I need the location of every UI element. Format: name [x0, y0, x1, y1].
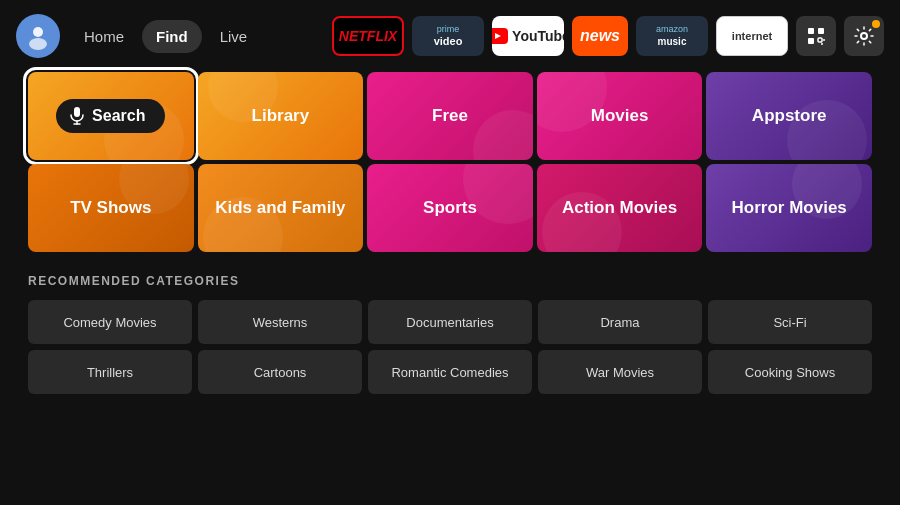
app-youtube[interactable]: YouTube [492, 16, 564, 56]
tv-shows-tile[interactable]: TV Shows [28, 164, 194, 252]
search-tile[interactable]: Search [28, 72, 194, 160]
user-avatar[interactable] [16, 14, 60, 58]
prime-logo: prime video [434, 25, 463, 47]
rec-romantic-comedies[interactable]: Romantic Comedies [368, 350, 532, 394]
movies-tile[interactable]: Movies [537, 72, 703, 160]
app-music[interactable]: amazon music [636, 16, 708, 56]
nav-apps: NETFLIX prime video YouTube news amazo [332, 16, 884, 56]
appstore-tile[interactable]: Appstore [706, 72, 872, 160]
settings-badge [872, 20, 880, 28]
app-news[interactable]: news [572, 16, 628, 56]
settings-button[interactable] [844, 16, 884, 56]
rec-row-1: Comedy Movies Westerns Documentaries Dra… [28, 300, 872, 344]
rec-war-movies[interactable]: War Movies [538, 350, 702, 394]
svg-point-9 [861, 33, 867, 39]
news-label: news [580, 27, 620, 45]
nav-live[interactable]: Live [206, 20, 262, 53]
internet-label: internet [732, 30, 772, 42]
app-prime[interactable]: prime video [412, 16, 484, 56]
grid-row-1: Search Library Free Movies Appstore [28, 72, 872, 160]
svg-rect-4 [818, 28, 824, 34]
svg-rect-6 [818, 38, 822, 42]
music-logo: amazon music [656, 24, 688, 49]
rec-cartoons[interactable]: Cartoons [198, 350, 362, 394]
nav-home[interactable]: Home [70, 20, 138, 53]
svg-rect-3 [808, 28, 814, 34]
recommended-title: RECOMMENDED CATEGORIES [28, 274, 872, 288]
svg-point-0 [33, 27, 43, 37]
topnav: Home Find Live NETFLIX prime video YouTu… [0, 0, 900, 72]
rec-row-2: Thrillers Cartoons Romantic Comedies War… [28, 350, 872, 394]
rec-sci-fi[interactable]: Sci-Fi [708, 300, 872, 344]
nav-find[interactable]: Find [142, 20, 202, 53]
grid-button[interactable] [796, 16, 836, 56]
app-netflix[interactable]: NETFLIX [332, 16, 404, 56]
rec-drama[interactable]: Drama [538, 300, 702, 344]
rec-comedy-movies[interactable]: Comedy Movies [28, 300, 192, 344]
free-label: Free [432, 106, 468, 126]
free-tile[interactable]: Free [367, 72, 533, 160]
rec-cooking-shows[interactable]: Cooking Shows [708, 350, 872, 394]
svg-marker-2 [495, 33, 501, 39]
search-label: Search [92, 107, 145, 125]
grid-row-2: TV Shows Kids and Family Sports Action M… [28, 164, 872, 252]
netflix-label: NETFLIX [339, 28, 397, 44]
action-movies-tile[interactable]: Action Movies [537, 164, 703, 252]
nav-links: Home Find Live [70, 20, 261, 53]
rec-thrillers[interactable]: Thrillers [28, 350, 192, 394]
rec-grid: Comedy Movies Westerns Documentaries Dra… [28, 300, 872, 394]
recommended-section: RECOMMENDED CATEGORIES Comedy Movies Wes… [0, 256, 900, 394]
mic-icon [70, 107, 84, 125]
library-tile[interactable]: Library [198, 72, 364, 160]
rec-westerns[interactable]: Westerns [198, 300, 362, 344]
svg-rect-10 [74, 107, 80, 117]
kids-family-tile[interactable]: Kids and Family [198, 164, 364, 252]
app-internet[interactable]: internet [716, 16, 788, 56]
search-pill[interactable]: Search [56, 99, 165, 133]
sports-tile[interactable]: Sports [367, 164, 533, 252]
horror-movies-tile[interactable]: Horror Movies [706, 164, 872, 252]
rec-documentaries[interactable]: Documentaries [368, 300, 532, 344]
svg-rect-5 [808, 38, 814, 44]
main-grid: Search Library Free Movies Appstore TV S… [0, 72, 900, 252]
svg-point-1 [29, 38, 47, 50]
youtube-logo: YouTube [492, 28, 564, 44]
youtube-play-icon [492, 28, 508, 44]
